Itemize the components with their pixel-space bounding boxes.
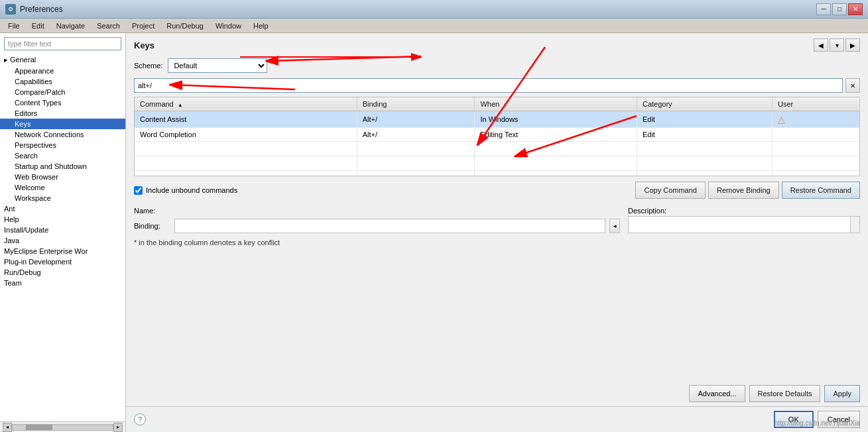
sidebar-item-general[interactable]: ▸ General	[0, 54, 125, 66]
sidebar-item-keys[interactable]: Keys	[0, 119, 125, 129]
cell-category: Edit	[637, 128, 772, 142]
restore-defaults-button[interactable]: Restore Defaults	[749, 385, 821, 402]
sidebar-item-workspace[interactable]: Workspace	[0, 193, 125, 203]
cell-binding: Alt+/	[357, 111, 475, 128]
table-row-empty	[135, 156, 859, 171]
main-container: ▸ General Appearance Capabilities Compar…	[0, 33, 868, 432]
sidebar-item-myeclipse[interactable]: MyEclipse Enterprise Wor	[0, 246, 125, 256]
h-scrollbar[interactable]	[12, 424, 113, 431]
action-buttons: Copy Command Remove Binding Restore Comm…	[635, 182, 860, 199]
scheme-select[interactable]: Default Emacs Microsoft Visual Studio	[168, 58, 267, 73]
sidebar-item-installupdate[interactable]: Install/Update	[0, 225, 125, 235]
sidebar-item-capabilities[interactable]: Capabilities	[0, 76, 125, 87]
description-box	[628, 216, 860, 233]
col-when[interactable]: When	[475, 97, 637, 111]
search-row: ✕	[126, 77, 868, 97]
sort-arrow: ▲	[178, 102, 183, 108]
nav-arrows: ◀ ▾ ▶	[814, 38, 860, 52]
sidebar-item-editors[interactable]: Editors	[0, 108, 125, 119]
remove-binding-button[interactable]: Remove Binding	[708, 182, 779, 199]
restore-command-button[interactable]: Restore Command	[782, 182, 860, 199]
content-header: Keys ◀ ▾ ▶	[126, 33, 868, 54]
scroll-left-btn[interactable]: ◂	[3, 423, 12, 432]
maximize-button[interactable]: □	[832, 3, 847, 15]
sidebar-item-rundebug[interactable]: Run/Debug	[0, 267, 125, 278]
cell-command: Word Completion	[135, 128, 357, 142]
apply-button[interactable]: Apply	[824, 385, 860, 402]
sidebar-item-comparepatch[interactable]: Compare/Patch	[0, 87, 125, 97]
page-title: Keys	[134, 40, 155, 50]
include-unbound-checkbox[interactable]	[134, 186, 143, 195]
search-clear-button[interactable]: ✕	[845, 78, 860, 93]
tree-container: ▸ General Appearance Capabilities Compar…	[0, 54, 125, 421]
help-button[interactable]: ?	[134, 413, 146, 425]
sidebar-item-perspectives[interactable]: Perspectives	[0, 140, 125, 150]
table-row[interactable]: Word Completion Alt+/ Editing Text Edit	[135, 128, 859, 142]
menu-navigate[interactable]: Navigate	[51, 21, 90, 31]
binding-input[interactable]	[174, 219, 605, 233]
name-label: Name:	[134, 207, 170, 215]
col-category[interactable]: Category	[637, 97, 772, 111]
table-row-empty	[135, 142, 859, 156]
sidebar-item-java[interactable]: Java	[0, 235, 125, 246]
scroll-right-btn[interactable]: ▸	[113, 423, 123, 432]
close-button[interactable]: ✕	[848, 3, 863, 15]
menu-search[interactable]: Search	[92, 21, 125, 31]
copy-command-button[interactable]: Copy Command	[635, 182, 705, 199]
menu-edit[interactable]: Edit	[27, 21, 50, 31]
scheme-row: Scheme: Default Emacs Microsoft Visual S…	[126, 54, 868, 77]
col-command[interactable]: Command ▲	[135, 97, 357, 111]
include-unbound-label[interactable]: Include unbound commands	[134, 186, 237, 195]
nav-back-button[interactable]: ◀	[814, 38, 828, 52]
advanced-button[interactable]: Advanced...	[689, 385, 745, 402]
sidebar-item-team[interactable]: Team	[0, 278, 125, 288]
menu-project[interactable]: Project	[127, 21, 160, 31]
name-row: Name:	[134, 207, 620, 215]
sidebar-item-plugindev[interactable]: Plug-in Development	[0, 256, 125, 267]
cell-binding: Alt+/	[357, 128, 475, 142]
binding-label: Binding:	[134, 222, 170, 230]
menu-bar: File Edit Navigate Search Project Run/De…	[0, 19, 868, 33]
checkbox-row: Include unbound commands Copy Command Re…	[126, 176, 868, 204]
col-user[interactable]: User	[772, 97, 859, 111]
minimize-button[interactable]: ─	[816, 3, 831, 15]
nav-forward-button[interactable]: ▶	[845, 38, 860, 52]
sidebar: ▸ General Appearance Capabilities Compar…	[0, 33, 126, 432]
sidebar-item-appearance[interactable]: Appearance	[0, 66, 125, 76]
sidebar-item-help[interactable]: Help	[0, 214, 125, 225]
menu-file[interactable]: File	[3, 21, 25, 31]
nav-dropdown-button[interactable]: ▾	[830, 38, 844, 52]
cell-category: Edit	[637, 111, 772, 128]
sidebar-item-contenttypes[interactable]: Content Types	[0, 97, 125, 108]
sidebar-item-startup[interactable]: Startup and Shutdown	[0, 161, 125, 172]
description-scrollbar[interactable]	[850, 217, 859, 233]
sidebar-item-welcome[interactable]: Welcome	[0, 182, 125, 193]
window-title: Preferences	[20, 5, 816, 14]
keys-table: Command ▲ Binding When Category User Con…	[135, 97, 859, 176]
cell-when: Editing Text	[475, 128, 637, 142]
bottom-buttons: Advanced... Restore Defaults Apply	[126, 381, 868, 406]
table-row[interactable]: Content Assist Alt+/ In Windows Edit △	[135, 111, 859, 128]
col-binding[interactable]: Binding	[357, 97, 475, 111]
sidebar-item-ant[interactable]: Ant	[0, 203, 125, 214]
sidebar-item-network[interactable]: Network Connections	[0, 129, 125, 140]
binding-arrow-button[interactable]: ◂	[609, 219, 620, 233]
menu-rundebug[interactable]: Run/Debug	[161, 21, 209, 31]
footer-left: ?	[134, 413, 146, 425]
h-scroll-thumb	[26, 425, 52, 430]
cell-command: Content Assist	[135, 111, 357, 128]
sidebar-item-search[interactable]: Search	[0, 150, 125, 161]
cell-user	[772, 128, 859, 142]
menu-window[interactable]: Window	[210, 21, 247, 31]
app-icon: ⚙	[5, 4, 16, 15]
menu-help[interactable]: Help	[248, 21, 274, 31]
note-text: * in the binding column denotes a key co…	[126, 236, 868, 249]
filter-input[interactable]	[4, 37, 121, 50]
include-unbound-text: Include unbound commands	[146, 186, 237, 194]
content-area: Keys ◀ ▾ ▶ Scheme: Default Emacs Microso…	[126, 33, 868, 432]
scheme-label: Scheme:	[134, 62, 162, 70]
sidebar-item-webbrowser[interactable]: Web Browser	[0, 172, 125, 182]
fields-section: Name: Binding: ◂ Description:	[126, 204, 868, 236]
title-bar: ⚙ Preferences ─ □ ✕	[0, 0, 868, 19]
search-input[interactable]	[134, 78, 843, 93]
